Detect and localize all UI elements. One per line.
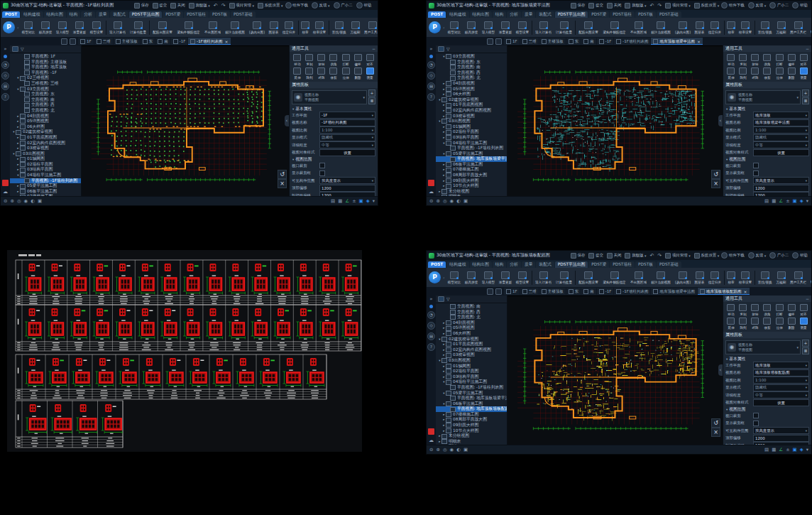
tree-item[interactable]: ▸03校审视图	[436, 114, 507, 119]
bulb-icon[interactable]: ◉	[450, 446, 454, 453]
tool-延伸[interactable]: 延伸	[291, 67, 303, 80]
tree-item[interactable]: ▸明细表	[436, 439, 507, 445]
ribbon-tab-装配式[interactable]: 装配式	[110, 11, 128, 18]
drawing-canvas-svg[interactable]	[508, 46, 723, 196]
ribbon-tab-结构出图[interactable]: 结构出图	[470, 261, 492, 268]
tree-item[interactable]: ▸06大样图	[10, 124, 81, 130]
ribbon-button[interactable]: 配筋出图设置	[576, 271, 600, 284]
tool-阵列[interactable]: 阵列	[737, 67, 749, 80]
field-input[interactable]: 1200	[753, 435, 809, 442]
new-view-icon[interactable]	[70, 38, 76, 45]
eye-icon[interactable]: ◐	[456, 446, 461, 453]
tool-偏移[interactable]: 偏移	[786, 54, 798, 66]
ribbon-button[interactable]: 渐量更新	[497, 21, 514, 34]
tool-对齐[interactable]: 对齐	[364, 54, 376, 66]
project-manage-menu[interactable]: 项目管理▾	[665, 253, 691, 259]
more-icon[interactable]: ▾	[806, 446, 808, 453]
tool-阵列[interactable]: 阵列	[737, 318, 749, 330]
tree-item[interactable]: ▾03出图视图	[436, 119, 507, 124]
edition-button[interactable]: 旗舰版▾	[189, 3, 210, 9]
close-view-icon[interactable]: ×	[697, 39, 701, 44]
ribbon-tab-质量[interactable]: 质量	[522, 11, 536, 18]
ribbon-button[interactable]: 指定归并	[280, 21, 297, 34]
project-manage-menu[interactable]: 项目管理▾	[665, 3, 691, 9]
view-selector[interactable]: ◉视图名称平面视图▾	[292, 90, 367, 104]
view-tab[interactable]: -1F	[597, 38, 614, 45]
chevron-left-icon[interactable]: ‹	[443, 275, 444, 280]
tree-item[interactable]: ▸06大样图	[436, 92, 507, 97]
ribbon-tab-PDST基础[interactable]: PDST基础	[657, 11, 681, 18]
edition-button[interactable]: 旗舰版▾	[625, 3, 646, 9]
component-download-button[interactable]: 组件下载	[721, 2, 745, 9]
tool-环阵[interactable]: 环阵	[749, 318, 761, 330]
field-dropdown[interactable]: 中等▾	[753, 141, 809, 148]
checkbox[interactable]	[319, 163, 325, 168]
drawing-canvas[interactable]: ↺×‹	[508, 45, 723, 196]
tree-item[interactable]: ▾03立面视图	[436, 54, 507, 60]
pan-icon[interactable]: ◎	[443, 446, 447, 453]
field-input[interactable]: -1F墙柱列表图	[319, 119, 375, 126]
view-tab[interactable]: 1F	[504, 288, 520, 295]
tree-item[interactable]: 平面视图: -1F	[10, 70, 81, 76]
submit-button[interactable]: 提交	[588, 3, 603, 9]
tree-item[interactable]: ▸05详图视图	[10, 119, 81, 124]
new-view-icon[interactable]	[495, 38, 502, 45]
ribbon-button[interactable]: 指定归并	[706, 271, 723, 284]
ribbon-button[interactable]: 指定归并	[706, 21, 723, 34]
ribbon-tab-PDST梁[interactable]: PDST梁	[588, 11, 609, 18]
tree-item[interactable]: ▸03结构平面图	[10, 167, 81, 173]
tree-item[interactable]: 立面视图: 东	[436, 60, 507, 65]
tool-打断[interactable]: 打断	[340, 54, 352, 66]
ribbon-button[interactable]: [选内出图]	[673, 271, 693, 284]
view-tab[interactable]: 主楼顶板	[539, 288, 566, 295]
bulb-icon[interactable]: ◉	[24, 197, 28, 205]
ribbon-tab-装配式[interactable]: 装配式	[536, 11, 554, 18]
checkbox[interactable]	[753, 170, 759, 176]
ribbon-tab-PDST梁[interactable]: PDST梁	[163, 11, 183, 18]
tree-item[interactable]: 平面视图: -1F墙柱列表图	[436, 146, 507, 151]
tree-item[interactable]: ▾02三维视图	[10, 75, 81, 81]
system-settings-menu[interactable]: 系统设置▾	[694, 253, 720, 259]
tree-item[interactable]: ▸01轴网图	[436, 124, 507, 130]
tree-item[interactable]: ▾04墙柱平法施工图	[436, 141, 507, 146]
viewport-layout-icon[interactable]	[487, 288, 493, 295]
tool-删除[interactable]: 删除	[786, 318, 798, 330]
save-button[interactable]: 保存	[134, 3, 149, 9]
filter-funnel-icon[interactable]: ▽	[446, 297, 450, 301]
collapse-panel-icon[interactable]: »	[4, 47, 6, 52]
field-dropdown[interactable]: 按高度显示▾	[753, 177, 809, 184]
view-selector[interactable]: ◉视图名称平面视图▾	[725, 90, 801, 104]
assistant-button[interactable]: 广小二	[769, 2, 789, 9]
tool-测量[interactable]: 测量	[798, 67, 810, 80]
tool-旋转[interactable]: 旋转	[749, 304, 761, 316]
tool-打断[interactable]: 打断	[774, 54, 786, 66]
ribbon-tab-POST[interactable]: POST	[428, 261, 446, 268]
tree-item[interactable]: ▸02墙柱平面图	[10, 162, 81, 168]
zoom-out-icon[interactable]: ⊖	[4, 197, 7, 205]
ribbon-button[interactable]: 校审	[725, 271, 737, 284]
more-icon[interactable]: ▾	[806, 197, 808, 205]
angle-icon[interactable]: ∠	[779, 197, 783, 205]
tool-倒角[interactable]: 倒角	[327, 54, 339, 66]
tool-测量[interactable]: 测量	[798, 318, 810, 330]
close-overlay-button[interactable]: ×	[711, 179, 720, 188]
recent-icon[interactable]: ◔	[427, 61, 435, 69]
checkbox[interactable]	[753, 421, 759, 426]
close-overlay-button[interactable]: ×	[711, 428, 720, 437]
field-dropdown[interactable]: 隐藏线▾	[319, 134, 375, 141]
tree-item[interactable]: ▾02建筑校审视图	[436, 97, 507, 103]
ribbon-button[interactable]: 图层表	[693, 21, 706, 34]
ribbon-button[interactable]: 导入计算书	[107, 21, 128, 34]
ribbon-button[interactable]: 查找/替换	[330, 21, 349, 34]
reset-view-button[interactable]: ↺	[711, 170, 720, 179]
tool-旋转[interactable]: 旋转	[749, 54, 761, 66]
ribbon-tab-PDST板[interactable]: PDST板	[209, 11, 230, 18]
ribbon-button[interactable]: 万能刷	[349, 21, 362, 34]
drawing-canvas-svg[interactable]	[82, 46, 289, 196]
tree-item[interactable]: 平面视图: -1F墙柱列表图	[436, 385, 507, 391]
view-tab[interactable]: 地库顶板墙梁平法图	[651, 288, 697, 295]
pan-icon[interactable]: ◎	[17, 197, 21, 205]
view-tab[interactable]: 南	[155, 38, 170, 45]
tree-item[interactable]: ▾02建筑校审视图	[10, 129, 81, 135]
ribbon-tab-结构建模[interactable]: 结构建模	[446, 11, 468, 18]
